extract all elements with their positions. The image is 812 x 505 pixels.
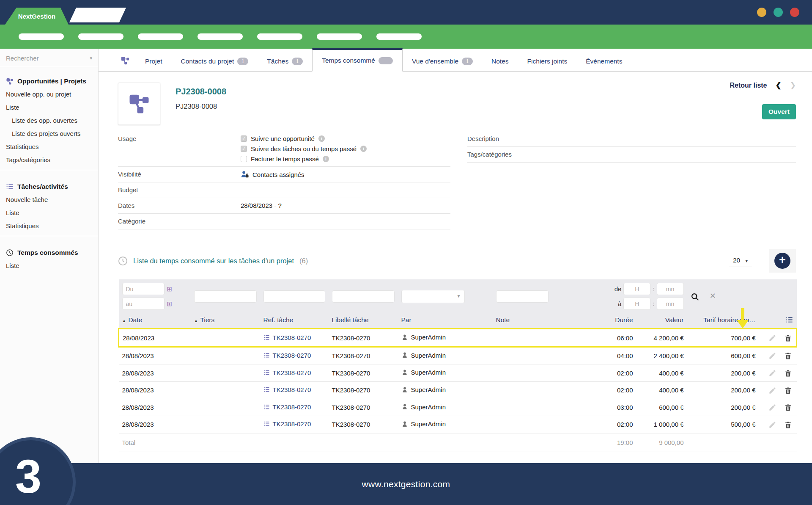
tab-evenements[interactable]: Événements <box>576 50 631 71</box>
task-list-icon <box>263 334 270 341</box>
user-name-link[interactable]: SuperAdmin <box>411 352 446 359</box>
filter-time-from-min-input[interactable] <box>657 283 684 295</box>
sidebar-item-liste-temps[interactable]: Liste <box>0 259 98 272</box>
edit-pencil-icon[interactable] <box>768 403 776 411</box>
user-name-link[interactable]: SuperAdmin <box>411 386 446 393</box>
menu-item-placeholder[interactable] <box>317 33 362 40</box>
search-icon[interactable] <box>691 293 700 301</box>
task-ref-link[interactable]: TK2308-0270 <box>273 334 311 341</box>
calendar-icon[interactable]: ⊞ <box>167 301 173 307</box>
menu-item-placeholder[interactable] <box>198 33 243 40</box>
col-header-ref-tache[interactable]: Ref. tâche <box>260 313 329 329</box>
checkbox-suivre-opportunite[interactable] <box>241 135 247 142</box>
edit-pencil-icon[interactable] <box>768 386 776 395</box>
search-input[interactable] <box>6 55 92 62</box>
col-header-duree[interactable]: Durée <box>573 313 636 329</box>
filter-tiers-input[interactable] <box>194 290 257 303</box>
col-header-libelle[interactable]: Libellé tâche <box>329 313 398 329</box>
tab-temps-consomme[interactable]: Temps consommé <box>312 48 403 72</box>
sidebar-item-statistiques-projets[interactable]: Statistiques <box>0 140 98 153</box>
filter-par-select[interactable]: ▼ <box>401 290 465 303</box>
add-time-button[interactable]: + <box>774 253 790 269</box>
tab-notes[interactable]: Notes <box>482 50 518 71</box>
delete-trash-icon[interactable] <box>784 421 792 429</box>
menu-item-placeholder[interactable] <box>78 33 123 40</box>
user-name-link[interactable]: SuperAdmin <box>411 334 446 341</box>
tab-fichiers-joints[interactable]: Fichiers joints <box>518 50 577 71</box>
edit-pencil-icon[interactable] <box>768 352 776 360</box>
task-ref-link[interactable]: TK2308-0270 <box>273 403 311 411</box>
tab-taches[interactable]: Tâches1 <box>258 50 312 71</box>
page-size-select[interactable]: 20 ▾ <box>729 255 752 267</box>
sidebar-item-nouvelle-tache[interactable]: Nouvelle tâche <box>0 193 98 206</box>
delete-trash-icon[interactable] <box>784 352 792 360</box>
contacts-lock-icon <box>241 171 249 178</box>
sidebar-title-label: Temps consommés <box>17 249 78 257</box>
task-ref-link[interactable]: TK2308-0270 <box>273 420 311 428</box>
prev-record-icon[interactable]: ❮ <box>776 81 782 90</box>
main-menu <box>0 25 812 49</box>
sidebar-item-liste-projets[interactable]: Liste <box>0 101 98 114</box>
col-header-par[interactable]: Par <box>398 313 493 329</box>
delete-trash-icon[interactable] <box>784 403 792 411</box>
task-ref-link[interactable]: TK2308-0270 <box>273 369 311 376</box>
menu-item-placeholder[interactable] <box>19 33 64 40</box>
menu-item-placeholder[interactable] <box>376 33 422 40</box>
clear-filters-icon[interactable]: ✕ <box>710 292 716 300</box>
tab-vue-densemble[interactable]: Vue d'ensemble1 <box>403 50 482 71</box>
delete-trash-icon[interactable] <box>784 369 792 377</box>
filter-time-to-min-input[interactable] <box>657 298 684 310</box>
edit-pencil-icon[interactable] <box>768 334 776 342</box>
chevron-down-icon[interactable]: ▾ <box>90 55 92 61</box>
sidebar-item-liste-opp-ouvertes[interactable]: Liste des opp. ouvertes <box>0 114 98 127</box>
delete-trash-icon[interactable] <box>784 386 792 395</box>
task-ref-link[interactable]: TK2308-0270 <box>273 386 311 393</box>
back-to-list-link[interactable]: Retour liste <box>730 82 767 89</box>
user-name-link[interactable]: SuperAdmin <box>411 420 446 428</box>
sidebar-item-nouvelle-opp[interactable]: Nouvelle opp. ou projet <box>0 88 98 101</box>
brand-logo[interactable]: NextGestion <box>5 8 69 25</box>
menu-item-placeholder[interactable] <box>138 33 183 40</box>
filter-note-input[interactable] <box>496 290 549 303</box>
sidebar-title-taches-activites[interactable]: Tâches/activités <box>0 180 98 193</box>
usage-option: Suivre une opportunité i <box>241 135 450 142</box>
filter-libelle-input[interactable] <box>332 290 395 303</box>
edit-pencil-icon[interactable] <box>768 421 776 429</box>
sidebar-title-temps-consommes[interactable]: Temps consommés <box>0 246 98 259</box>
checkbox-suivre-taches[interactable] <box>241 146 247 152</box>
cell-duree: 04:00 <box>573 347 636 364</box>
cell-ref-tache: TK2308-0270 <box>260 382 329 399</box>
filter-time-from-hour-input[interactable] <box>623 283 650 295</box>
sidebar-title-opportunites-projets[interactable]: Opportunités | Projets <box>0 75 98 88</box>
col-header-note[interactable]: Note <box>493 313 573 329</box>
col-header-valeur[interactable]: Valeur <box>636 313 687 329</box>
sidebar-item-liste-projets-ouverts[interactable]: Liste des projets ouverts <box>0 127 98 140</box>
field-usage: Usage Suivre une opportunité i Suivre de… <box>118 131 450 167</box>
filter-ref-tache-input[interactable] <box>263 290 325 303</box>
sidebar-item-tags-categories[interactable]: Tags/catégories <box>0 153 98 166</box>
col-header-tarif[interactable]: Tarif horaire mo… <box>687 313 759 329</box>
menu-item-placeholder[interactable] <box>257 33 302 40</box>
cell-tarif: 700,00 € <box>687 329 759 347</box>
visibility-value: Contacts assignés <box>252 171 304 178</box>
table-total-row: Total19:009 000,00 <box>119 433 797 452</box>
task-ref-link[interactable]: TK2308-0270 <box>273 352 311 359</box>
column-selector-icon[interactable] <box>759 313 797 329</box>
col-header-date[interactable]: ▲Date <box>119 313 191 329</box>
project-ref: PJ2308-0008 <box>176 87 226 97</box>
tab-contacts-du-projet[interactable]: Contacts du projet1 <box>172 50 258 71</box>
checkbox-facturer-temps[interactable] <box>241 156 247 162</box>
calendar-icon[interactable]: ⊞ <box>167 286 173 292</box>
delete-trash-icon[interactable] <box>784 334 792 342</box>
filter-date-to-input[interactable] <box>122 298 165 310</box>
tab-projet[interactable]: Projet <box>136 50 172 71</box>
col-header-tiers[interactable]: ▲Tiers <box>191 313 260 329</box>
filter-time-to-hour-input[interactable] <box>623 298 650 310</box>
brand-name: NextGestion <box>18 13 55 20</box>
sidebar-item-liste-taches[interactable]: Liste <box>0 206 98 219</box>
sidebar-item-statistiques-taches[interactable]: Statistiques <box>0 219 98 232</box>
filter-date-from-input[interactable] <box>122 283 165 295</box>
user-name-link[interactable]: SuperAdmin <box>411 369 446 376</box>
user-name-link[interactable]: SuperAdmin <box>411 403 446 411</box>
edit-pencil-icon[interactable] <box>768 369 776 377</box>
